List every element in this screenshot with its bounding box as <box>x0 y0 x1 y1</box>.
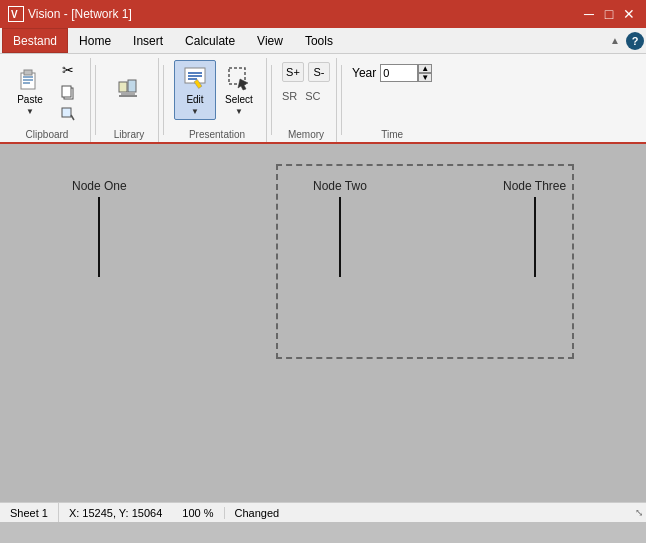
select-button[interactable]: Select ▼ <box>218 60 260 120</box>
format-paint-icon <box>60 106 76 122</box>
year-spinbox <box>380 64 418 82</box>
close-button[interactable]: ✕ <box>620 5 638 23</box>
resize-handle[interactable]: ⤡ <box>632 506 646 520</box>
format-paint-button[interactable] <box>52 104 84 124</box>
svg-rect-11 <box>119 82 127 92</box>
sheet-tab[interactable]: Sheet 1 <box>0 503 59 522</box>
cut-button[interactable]: ✂ <box>52 60 84 80</box>
select-dropdown-arrow: ▼ <box>235 107 243 116</box>
memory-label: Memory <box>276 129 336 140</box>
menu-view[interactable]: View <box>246 28 294 53</box>
paste-button[interactable]: Paste ▼ <box>10 60 50 120</box>
year-row: Year ▲ ▼ <box>352 64 432 82</box>
separator-1 <box>95 65 96 135</box>
s-minus-button[interactable]: S- <box>308 62 330 82</box>
svg-marker-21 <box>238 79 248 90</box>
ribbon-group-clipboard: Paste ▼ ✂ <box>4 58 91 142</box>
menu-bar: Bestand Home Insert Calculate View Tools… <box>0 28 646 54</box>
select-icon <box>225 64 253 92</box>
node-one-label: Node One <box>72 179 127 193</box>
s-minus-label: S- <box>314 66 325 78</box>
presentation-label: Presentation <box>168 129 266 140</box>
edit-icon <box>181 64 209 92</box>
sr-label: SR <box>282 90 297 102</box>
clipboard-label: Clipboard <box>4 129 90 140</box>
window-title: Vision - [Network 1] <box>28 7 132 21</box>
node-one-line <box>98 197 100 277</box>
node-three[interactable]: Node Three <box>503 179 566 277</box>
library-button[interactable] <box>106 60 152 120</box>
library-label: Library <box>100 129 158 140</box>
ribbon: Paste ▼ ✂ <box>0 54 646 144</box>
node-two-line <box>339 197 341 277</box>
svg-rect-6 <box>23 82 30 84</box>
help-button[interactable]: ? <box>626 32 644 50</box>
status-bar: Sheet 1 X: 15245, Y: 15064 100 % Changed… <box>0 502 646 522</box>
edit-button[interactable]: Edit ▼ <box>174 60 216 120</box>
year-down-arrow[interactable]: ▼ <box>418 73 432 82</box>
minimize-button[interactable]: ─ <box>580 5 598 23</box>
ribbon-group-memory: S+ S- SR SC Memory <box>276 58 337 142</box>
edit-label: Edit <box>186 94 203 105</box>
year-spin-arrows: ▲ ▼ <box>418 64 432 82</box>
ribbon-group-library: Library <box>100 58 159 142</box>
edit-dropdown-arrow: ▼ <box>191 107 199 116</box>
node-two-label: Node Two <box>313 179 367 193</box>
sc-label: SC <box>305 90 320 102</box>
menu-calculate[interactable]: Calculate <box>174 28 246 53</box>
year-label: Year <box>352 66 376 80</box>
year-input[interactable] <box>383 67 407 79</box>
time-label: Time <box>346 129 438 140</box>
node-two[interactable]: Node Two <box>313 179 367 277</box>
clipboard-small-buttons: ✂ <box>52 60 84 124</box>
svg-rect-8 <box>62 86 71 97</box>
separator-2 <box>163 65 164 135</box>
copy-button[interactable] <box>52 82 84 102</box>
ribbon-group-time: Year ▲ ▼ Time <box>346 58 438 142</box>
paste-dropdown-arrow: ▼ <box>26 107 34 116</box>
svg-rect-12 <box>128 80 136 92</box>
s-plus-label: S+ <box>286 66 300 78</box>
title-bar: V Vision - [Network 1] ─ □ ✕ <box>0 0 646 28</box>
separator-3 <box>271 65 272 135</box>
menu-home[interactable]: Home <box>68 28 122 53</box>
canvas-area: Node One Node Two Node Three <box>0 144 646 502</box>
window-controls: ─ □ ✕ <box>580 5 638 23</box>
svg-rect-13 <box>121 92 135 95</box>
svg-rect-3 <box>24 70 32 75</box>
separator-4 <box>341 65 342 135</box>
arrow-down-icon: ▼ <box>421 74 429 82</box>
year-up-arrow[interactable]: ▲ <box>418 64 432 73</box>
s-plus-button[interactable]: S+ <box>282 62 304 82</box>
svg-rect-4 <box>23 76 33 78</box>
app-icon: V <box>8 6 24 22</box>
svg-rect-9 <box>62 108 71 117</box>
zoom-level: 100 % <box>172 507 224 519</box>
menu-bestand[interactable]: Bestand <box>2 28 68 53</box>
node-one[interactable]: Node One <box>72 179 127 277</box>
maximize-button[interactable]: □ <box>600 5 618 23</box>
library-icon <box>115 76 143 104</box>
menu-tools[interactable]: Tools <box>294 28 344 53</box>
paste-label: Paste <box>17 94 43 105</box>
node-three-label: Node Three <box>503 179 566 193</box>
cut-icon: ✂ <box>62 62 74 78</box>
menu-insert[interactable]: Insert <box>122 28 174 53</box>
ribbon-collapse-button[interactable]: ▲ <box>606 33 624 48</box>
status-changed: Changed <box>225 507 290 519</box>
arrow-up-icon: ▲ <box>421 65 429 73</box>
select-label: Select <box>225 94 253 105</box>
ribbon-group-presentation: Edit ▼ Select ▼ <box>168 58 267 142</box>
node-three-line <box>534 197 536 277</box>
svg-text:V: V <box>11 9 18 20</box>
coordinates-display: X: 15245, Y: 15064 <box>59 507 172 519</box>
paste-icon <box>16 64 44 92</box>
copy-icon <box>60 84 76 100</box>
svg-rect-5 <box>23 79 33 81</box>
svg-rect-14 <box>119 95 137 97</box>
